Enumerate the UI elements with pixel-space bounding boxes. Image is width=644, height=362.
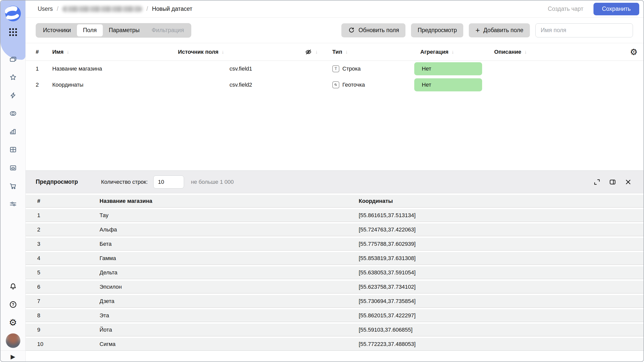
fields-table: # Имя ↓ Источник поля ↓ ↓ Тип ↓ (26, 43, 643, 93)
eye-off-icon (305, 48, 312, 56)
preview-column-coords: Координаты (359, 198, 643, 204)
field-source: csv.field1 (178, 66, 304, 72)
column-header-number[interactable]: # (35, 49, 52, 55)
field-row[interactable]: 2Координатыcsv.field2ГеоточкаНет (26, 77, 643, 93)
preview-cell-number: 6 (37, 284, 100, 290)
preview-cell-name: Тау (100, 212, 359, 219)
preview-cell-coords: [55.623758,37.734102] (359, 284, 643, 290)
column-header-type[interactable]: Тип ↓ (326, 49, 414, 55)
preview-cell-name: Эпсилон (100, 284, 359, 290)
column-header-aggregation[interactable]: Агрегация ↓ (414, 49, 490, 55)
preview-cell-number: 2 (37, 226, 100, 233)
preview-cell-name: Дельта (100, 269, 359, 276)
sort-icon: ↓ (451, 49, 454, 55)
settings-gear-icon[interactable]: ⚙ (1, 314, 25, 332)
preview-cell-coords: [55.59103,37.606855] (359, 327, 643, 333)
sort-icon: ↓ (345, 49, 348, 55)
geopoint-glyph (334, 83, 338, 87)
connections-icon[interactable] (1, 104, 25, 123)
add-field-button[interactable]: + Добавить поле (469, 23, 530, 37)
field-name-search-input[interactable] (535, 23, 633, 37)
preview-cell-name: Дзета (100, 298, 359, 305)
preview-cell-coords: [55.724763,37.422063] (359, 226, 643, 233)
column-header-source[interactable]: Источник поля ↓ (178, 49, 304, 55)
preview-cell-name: Гамма (100, 255, 359, 262)
breadcrumb-current-page: Новый датасет (152, 6, 192, 12)
preview-cell-coords: [55.853819,37.631308] (359, 255, 643, 262)
datasets-icon[interactable] (1, 159, 25, 177)
preview-toggle-button[interactable]: Предпросмотр (411, 23, 463, 37)
charts-icon[interactable] (1, 123, 25, 141)
preview-column-name: Название магазина (100, 198, 359, 204)
field-row-number: 2 (35, 82, 52, 88)
preview-row: 9Йота[55.59103,37.606855] (26, 324, 643, 336)
toolbar-actions: Обновить поля Предпросмотр + Добавить по… (341, 23, 633, 37)
column-header-description[interactable]: Описание ↓ (490, 49, 624, 55)
marketplace-icon[interactable] (1, 177, 25, 195)
column-header-hidden[interactable]: ↓ (304, 48, 326, 56)
geopoint-type-icon (332, 81, 339, 88)
create-chart-button[interactable]: Создать чарт (548, 6, 583, 12)
preview-cell-name: Альфа (100, 226, 359, 233)
field-row[interactable]: 1Название магазинаcsv.field1TСтрокаНет (26, 61, 643, 77)
field-type-select[interactable]: Геоточка (326, 81, 414, 88)
refresh-icon (348, 27, 355, 34)
fields-table-header: # Имя ↓ Источник поля ↓ ↓ Тип ↓ (26, 43, 643, 61)
favorites-icon[interactable] (1, 68, 25, 86)
rows-count-input[interactable] (153, 175, 184, 189)
preview-table: # Название магазина Координаты 1Тау[55.8… (26, 195, 643, 351)
aggregation-select[interactable]: Нет (414, 78, 482, 91)
tab-parameters[interactable]: Параметры (103, 24, 146, 36)
preview-cell-name: Эта (100, 312, 359, 319)
preview-cell-coords: [55.772223,37.488053] (359, 341, 643, 347)
sidebar-expand-button[interactable]: ▶ (1, 351, 25, 362)
apps-menu-icon[interactable] (7, 27, 19, 38)
preview-row: 5Дельта[55.638053,37.591054] (26, 266, 643, 279)
tab-filtering[interactable]: Фильтрация (146, 24, 190, 36)
lightning-icon[interactable] (1, 86, 25, 104)
preview-table-header: # Название магазина Координаты (26, 195, 643, 208)
preview-cell-number: 7 (37, 298, 100, 305)
preview-header: Предпросмотр Количество строк: не больше… (26, 171, 643, 193)
avatar[interactable] (6, 333, 20, 348)
field-row-number: 1 (35, 66, 52, 72)
datalens-logo[interactable] (5, 6, 21, 22)
help-icon[interactable]: ? (1, 295, 25, 314)
preview-cell-coords: [55.638053,37.591054] (359, 269, 643, 276)
preview-column-number: # (37, 198, 100, 204)
breadcrumb-separator: / (57, 6, 58, 12)
sidebar-footer-divider (1, 350, 25, 351)
refresh-fields-button[interactable]: Обновить поля (341, 23, 405, 37)
preview-row: 2Альфа[55.724763,37.422063] (26, 223, 643, 236)
dashboards-icon[interactable] (1, 141, 25, 159)
breadcrumb-users-link[interactable]: Users (38, 6, 53, 12)
preview-row: 6Эпсилон[55.623758,37.734102] (26, 281, 643, 293)
toolbar: Источники Поля Параметры Фильтрация Обно… (26, 18, 643, 43)
preview-expand-button[interactable] (593, 178, 601, 186)
column-header-name[interactable]: Имя ↓ (52, 49, 178, 55)
breadcrumb-user-redacted[interactable] (62, 6, 142, 12)
preview-cell-coords: [55.730694,37.735854] (359, 298, 643, 305)
save-button[interactable]: Сохранить (593, 3, 639, 15)
preview-row: 10Сигма[55.772223,37.488053] (26, 338, 643, 351)
user-avatar[interactable] (1, 332, 25, 350)
services-icon[interactable] (1, 195, 25, 213)
preview-split-view-button[interactable] (608, 178, 617, 186)
tab-sources[interactable]: Источники (37, 24, 77, 36)
field-type-select[interactable]: TСтрока (326, 65, 414, 72)
string-type-icon: T (332, 65, 339, 72)
field-name: Название магазина (52, 66, 178, 72)
sidebar: ? ⚙ ▶ (1, 1, 26, 361)
collections-icon[interactable] (1, 50, 25, 68)
table-settings-gear-icon[interactable]: ⚙ (624, 47, 644, 57)
aggregation-select[interactable]: Нет (414, 62, 482, 75)
preview-close-button[interactable] (624, 178, 632, 186)
rows-count-label: Количество строк: (101, 179, 148, 185)
preview-controls (593, 178, 632, 186)
bell-icon[interactable] (1, 277, 25, 295)
breadcrumb: Users / / Новый датасет (38, 6, 192, 12)
preview-cell-number: 1 (37, 212, 100, 219)
tab-fields[interactable]: Поля (77, 24, 103, 36)
preview-panel: Предпросмотр Количество строк: не больше… (26, 170, 643, 361)
preview-cell-coords: [55.775788,37.602939] (359, 241, 643, 247)
